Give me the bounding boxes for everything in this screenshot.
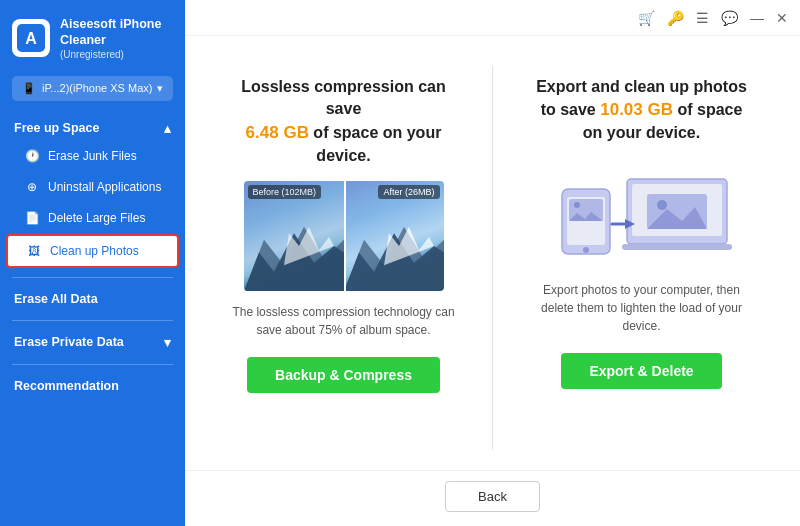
sidebar: A Aiseesoft iPhone Cleaner (Unregistered… — [0, 0, 185, 526]
key-icon[interactable]: 🔑 — [667, 10, 684, 26]
app-status: (Unregistered) — [60, 49, 161, 60]
sidebar-item-erase-private[interactable]: Erase Private Data ▾ — [0, 325, 185, 360]
phone-icon: 📱 — [22, 82, 36, 95]
chevron-up-icon: ▴ — [164, 121, 171, 136]
sidebar-item-recommendation[interactable]: Recommendation — [0, 369, 185, 403]
title-bar: 🛒 🔑 ☰ 💬 — ✕ — [185, 0, 800, 36]
sidebar-item-label: Erase Junk Files — [48, 149, 137, 163]
freeup-section-header[interactable]: Free up Space ▴ — [0, 115, 185, 140]
minimize-icon[interactable]: — — [750, 10, 764, 26]
chevron-down-icon: ▾ — [164, 335, 171, 350]
compress-accent: 6.48 GB — [246, 123, 309, 142]
sidebar-item-erase-all[interactable]: Erase All Data — [0, 282, 185, 316]
sidebar-item-erase-junk[interactable]: 🕐 Erase Junk Files — [6, 141, 179, 171]
divider-1 — [12, 277, 173, 278]
chevron-down-icon: ▾ — [157, 82, 163, 95]
photo-compare: Before (102MB) After (26MB) — [244, 181, 444, 291]
freeup-label: Free up Space — [14, 121, 99, 135]
photo-after: After (26MB) — [344, 181, 444, 291]
clock-icon: 🕐 — [24, 148, 40, 164]
divider-2 — [12, 320, 173, 321]
sidebar-item-label: Clean up Photos — [50, 244, 139, 258]
apps-icon: ⊕ — [24, 179, 40, 195]
menu-icon[interactable]: ☰ — [696, 10, 709, 26]
svg-point-19 — [583, 247, 589, 253]
photo-after-label: After (26MB) — [378, 185, 439, 199]
sidebar-item-label: Delete Large Files — [48, 211, 145, 225]
photo-divider — [344, 181, 346, 291]
divider-3 — [12, 364, 173, 365]
sidebar-item-label: Uninstall Applications — [48, 180, 161, 194]
files-icon: 📄 — [24, 210, 40, 226]
back-button[interactable]: Back — [445, 481, 540, 512]
freeup-section: Free up Space ▴ 🕐 Erase Junk Files ⊕ Uni… — [0, 115, 185, 273]
close-icon[interactable]: ✕ — [776, 10, 788, 26]
photo-before-label: Before (102MB) — [248, 185, 322, 199]
svg-rect-13 — [622, 244, 732, 250]
export-card: Export and clean up photos to save 10.03… — [513, 66, 770, 450]
chat-icon[interactable]: 💬 — [721, 10, 738, 26]
export-delete-button[interactable]: Export & Delete — [561, 353, 721, 389]
app-name2: Cleaner — [60, 32, 161, 48]
svg-point-17 — [574, 202, 580, 208]
compress-desc: The lossless compression technology can … — [231, 303, 456, 339]
sidebar-item-uninstall[interactable]: ⊕ Uninstall Applications — [6, 172, 179, 202]
svg-text:A: A — [25, 30, 37, 47]
sidebar-item-delete-large[interactable]: 📄 Delete Large Files — [6, 203, 179, 233]
device-label: iP...2)(iPhone XS Max) — [42, 82, 152, 94]
svg-point-11 — [657, 200, 667, 210]
content-area: Lossless compression can save 6.48 GB of… — [185, 36, 800, 470]
backup-compress-button[interactable]: Backup & Compress — [247, 357, 440, 393]
sidebar-item-clean-photos[interactable]: 🖼 Clean up Photos — [6, 234, 179, 268]
card-divider — [492, 66, 493, 450]
export-illustration — [547, 159, 737, 269]
compress-card: Lossless compression can save 6.48 GB of… — [215, 66, 472, 450]
export-accent: 10.03 GB — [600, 100, 673, 119]
app-header: A Aiseesoft iPhone Cleaner (Unregistered… — [0, 0, 185, 72]
photo-before: Before (102MB) — [244, 181, 344, 291]
app-logo: A — [12, 19, 50, 57]
bottom-bar: Back — [185, 470, 800, 526]
cart-icon[interactable]: 🛒 — [638, 10, 655, 26]
export-desc: Export photos to your computer, then del… — [529, 281, 754, 335]
export-headline: Export and clean up photos to save 10.03… — [529, 76, 754, 145]
app-name: Aiseesoft iPhone — [60, 16, 161, 32]
main-content: 🛒 🔑 ☰ 💬 — ✕ Lossless compression can sav… — [185, 0, 800, 526]
device-selector[interactable]: 📱 iP...2)(iPhone XS Max) ▾ — [12, 76, 173, 101]
photos-icon: 🖼 — [26, 243, 42, 259]
compress-headline: Lossless compression can save 6.48 GB of… — [231, 76, 456, 167]
